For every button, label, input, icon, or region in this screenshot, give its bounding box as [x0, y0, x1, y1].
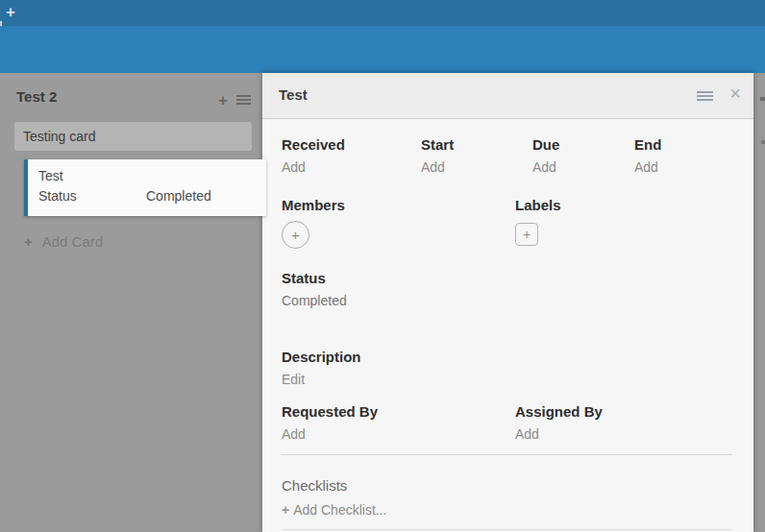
- assigned-by-section: Assigned By Add: [515, 403, 603, 442]
- members-section: Members +: [282, 197, 515, 249]
- minicard-field-value: Completed: [146, 188, 211, 204]
- add-checklist-button[interactable]: +Add Checklist...: [282, 502, 732, 518]
- received-add-link[interactable]: Add: [282, 159, 421, 175]
- description-edit-link[interactable]: Edit: [282, 372, 732, 387]
- received-label: Received: [282, 136, 421, 153]
- add-member-button[interactable]: +: [282, 221, 309, 249]
- board-header-bar: [0, 26, 765, 73]
- add-board-icon[interactable]: +: [6, 3, 15, 22]
- plus-icon: +: [291, 227, 300, 243]
- description-section: Description Edit: [282, 349, 732, 387]
- plus-icon: +: [24, 233, 33, 250]
- assigned-by-label: Assigned By: [515, 403, 603, 420]
- start-label: Start: [421, 136, 532, 153]
- start-date-section: Start Add: [421, 136, 532, 175]
- plus-icon: +: [523, 227, 531, 242]
- minicard[interactable]: Test Status Completed: [24, 159, 266, 216]
- card-title: Test: [279, 86, 308, 103]
- assigned-by-add-link[interactable]: Add: [515, 426, 603, 442]
- card-menu-icon[interactable]: [697, 91, 713, 103]
- start-add-link[interactable]: Add: [421, 159, 532, 175]
- card-composer-input[interactable]: [14, 122, 252, 151]
- dates-row: Received Add Start Add Due Add End Add: [282, 136, 732, 175]
- status-label: Status: [282, 270, 732, 286]
- status-value[interactable]: Completed: [282, 293, 732, 308]
- top-navbar: +: [0, 0, 765, 26]
- due-date-section: Due Add: [532, 136, 634, 175]
- add-label-button[interactable]: +: [515, 223, 538, 246]
- list-menu-icon[interactable]: [236, 95, 251, 106]
- card-detail-panel: Test × Received Add Start Add Due: [262, 73, 753, 532]
- labels-section: Labels +: [515, 197, 561, 249]
- requested-assigned-row: Requested By Add Assigned By Add: [282, 403, 732, 442]
- close-icon[interactable]: ×: [729, 84, 741, 103]
- received-date-section: Received Add: [282, 136, 421, 175]
- add-checklist-label: Add Checklist...: [293, 502, 386, 518]
- status-section: Status Completed: [282, 270, 732, 308]
- requested-by-add-link[interactable]: Add: [282, 426, 515, 442]
- requested-by-label: Requested By: [282, 403, 515, 420]
- minicard-field-label: Status: [38, 188, 146, 204]
- next-list-card-fragment: [761, 140, 765, 144]
- labels-label: Labels: [515, 197, 561, 213]
- members-labels-row: Members + Labels +: [282, 197, 732, 249]
- board-canvas: Test 2 + Test Status Completed +Add Card…: [0, 73, 765, 532]
- card-detail-header: Test ×: [262, 73, 753, 119]
- due-add-link[interactable]: Add: [532, 159, 634, 175]
- due-label: Due: [532, 136, 634, 153]
- end-add-link[interactable]: Add: [634, 159, 732, 175]
- checklists-label: Checklists: [282, 477, 732, 494]
- divider: [282, 454, 732, 455]
- add-card-label: Add Card: [42, 233, 103, 250]
- end-label: End: [634, 136, 732, 153]
- app-window: + Test 2 + Test Status Completed +Add Ca…: [0, 0, 765, 532]
- end-date-section: End Add: [634, 136, 732, 175]
- list-column: Test 2 + Test Status Completed +Add Card: [0, 73, 262, 532]
- next-list-column[interactable]: [753, 73, 765, 532]
- list-title: Test 2: [16, 88, 57, 105]
- plus-icon: +: [282, 502, 289, 518]
- divider: [282, 529, 732, 530]
- minicard-title: Test: [38, 168, 266, 183]
- members-label: Members: [282, 197, 515, 213]
- requested-by-section: Requested By Add: [282, 403, 515, 442]
- list-add-card-icon[interactable]: +: [218, 91, 228, 110]
- add-card-button[interactable]: +Add Card: [24, 233, 103, 250]
- next-list-add-icon: [760, 97, 765, 101]
- card-detail-body: Received Add Start Add Due Add End Add: [262, 119, 753, 530]
- description-label: Description: [282, 349, 732, 365]
